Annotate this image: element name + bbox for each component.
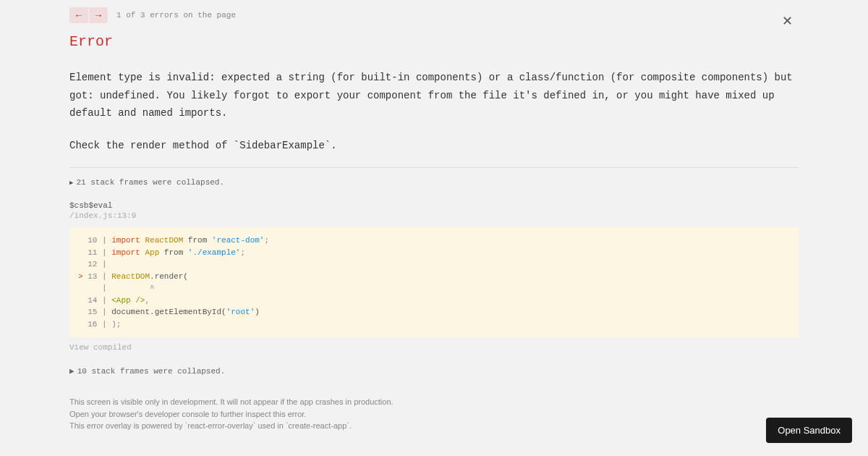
collapsed-frames-label-2: 10 stack frames were collapsed.: [77, 367, 226, 376]
chevron-right-icon: ▶: [69, 179, 73, 187]
footer-note: This screen is visible only in developme…: [69, 396, 799, 432]
chevron-right-icon: ▶: [69, 366, 75, 376]
footer-line: Open your browser's developer console to…: [69, 408, 799, 421]
view-compiled-link[interactable]: View compiled: [69, 343, 799, 352]
prev-error-button[interactable]: ←: [69, 7, 88, 23]
next-error-button[interactable]: →: [89, 7, 108, 23]
error-nav: ← → 1 of 3 errors on the page: [69, 7, 799, 23]
error-counter: 1 of 3 errors on the page: [116, 11, 236, 20]
error-message: Element type is invalid: expected a stri…: [69, 69, 799, 122]
close-button[interactable]: ✕: [782, 13, 793, 29]
divider: [69, 167, 799, 168]
footer-line: This screen is visible only in developme…: [69, 396, 799, 408]
footer-line: This error overlay is powered by `react-…: [69, 420, 799, 432]
close-icon: ✕: [782, 14, 793, 28]
error-check-render: Check the render method of `SidebarExamp…: [69, 137, 799, 155]
stack-frame-location[interactable]: /index.js:13:9: [69, 211, 799, 220]
collapsed-frames-label: 21 stack frames were collapsed.: [76, 178, 224, 187]
error-title: Error: [69, 33, 799, 50]
collapsed-frames-toggle[interactable]: ▶ 21 stack frames were collapsed.: [69, 178, 799, 187]
code-snippet: 10 | import ReactDOM from 'react-dom'; 1…: [69, 227, 799, 337]
stack-frame-function: $csb$eval: [69, 201, 799, 210]
open-sandbox-button[interactable]: Open Sandbox: [766, 418, 852, 443]
collapsed-frames-toggle-2[interactable]: ▶ 10 stack frames were collapsed.: [69, 366, 799, 376]
